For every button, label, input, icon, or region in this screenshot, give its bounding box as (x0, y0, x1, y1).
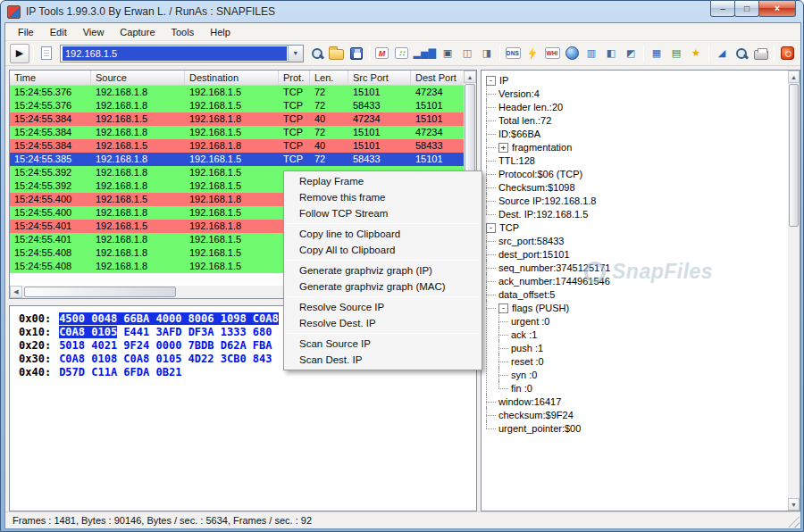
combo-dropdown-button[interactable]: ▼ (288, 46, 303, 62)
tree-node-label-ack-1[interactable]: ack :1 (511, 328, 788, 342)
bandwidth-icon[interactable]: ▥ (582, 43, 600, 64)
column-header-time[interactable]: Time (10, 71, 91, 85)
scroll-up-button[interactable]: ▲ (464, 71, 476, 83)
packet-row[interactable]: 15:24:55.385192.168.1.8192.168.1.5TCP725… (10, 153, 464, 166)
favorites-icon[interactable]: ★ (687, 43, 705, 64)
collapse-box-icon[interactable]: - (486, 223, 496, 233)
lightning-icon[interactable] (523, 43, 541, 64)
tree-node-label-header-len-20[interactable]: Header len.:20 (498, 101, 788, 114)
column-header-len[interactable]: Len. (310, 71, 348, 85)
tree-node-label-src-port-58433[interactable]: src_port:58433 (498, 235, 788, 248)
menu-item-file[interactable]: File (10, 25, 42, 39)
tree-node-label-dest-ip-192-168-1-5[interactable]: Dest. IP:192.168.1.5 (498, 208, 788, 221)
detail-vertical-scrollbar[interactable]: ▲ ▼ (788, 71, 800, 511)
tree-node-label-reset-0[interactable]: reset :0 (511, 355, 788, 369)
scroll-left-button[interactable]: ◀ (10, 286, 22, 298)
scrollbar-thumb[interactable] (789, 84, 799, 227)
start-capture-icon[interactable]: ▶ (10, 44, 29, 63)
collapse-box-icon[interactable]: - (498, 303, 508, 313)
find-frame-icon[interactable] (308, 43, 326, 64)
context-menu-item-generate-graphviz-graph-ip[interactable]: Generate graphviz graph (IP) (286, 262, 480, 278)
graph-window-icon[interactable]: ◢ (713, 43, 731, 64)
packet-row[interactable]: 15:24:55.384192.168.1.8192.168.1.5TCP721… (10, 126, 464, 139)
tree-node-label-seq-number-3745125171[interactable]: seq_number:3745125171 (498, 262, 788, 275)
context-menu-item-copy-line-to-clipboard[interactable]: Copy line to Clipboard (286, 226, 480, 242)
whois-icon[interactable]: WHI (543, 43, 561, 64)
maximize-button[interactable]: □ (734, 1, 759, 17)
tree-node-label-total-len-72[interactable]: Total len.:72 (498, 114, 788, 128)
tree-node-label-window-16417[interactable]: window:16417 (498, 395, 788, 409)
tree-node-label-checksum-9f24[interactable]: checksum:$9F24 (498, 409, 788, 422)
context-menu-item-scan-dest-ip[interactable]: Scan Dest. IP (286, 352, 480, 368)
packet-row[interactable]: 15:24:55.376192.168.1.8192.168.1.5TCP725… (10, 99, 464, 112)
lan-scan-icon[interactable]: ◧ (602, 43, 620, 64)
context-menu-item-resolve-source-ip[interactable]: Resolve Source IP (286, 299, 480, 315)
tree-node-label-fin-0[interactable]: fin :0 (511, 382, 788, 395)
tree-node-label-push-1[interactable]: push :1 (511, 342, 788, 355)
context-menu-item-replay-frame[interactable]: Replay Frame (286, 173, 480, 189)
tree-node-label-urgent-pointer-00[interactable]: urgent_pointer:$00 (498, 422, 788, 436)
menu-item-edit[interactable]: Edit (42, 25, 75, 39)
menu-item-capture[interactable]: Capture (112, 25, 163, 39)
port-scan-icon[interactable]: ◩ (622, 43, 640, 64)
minimize-button[interactable]: – (710, 1, 735, 17)
context-menu-item-resolve-dest-ip[interactable]: Resolve Dest. IP (286, 315, 480, 331)
target-ip-combo[interactable]: 192.168.1.5 ▼ (60, 45, 304, 62)
packet-row[interactable]: 15:24:55.384192.168.1.5192.168.1.8TCP404… (10, 112, 464, 126)
column-header-destination[interactable]: Destination (185, 71, 279, 85)
tree-node-label-source-ip-192-168-1-8[interactable]: Source IP:192.168.1.8 (498, 195, 788, 208)
print-icon[interactable] (752, 43, 770, 64)
find-host-icon[interactable] (733, 43, 750, 64)
open-capture-icon[interactable] (328, 43, 346, 64)
packet-row[interactable]: 15:24:55.376192.168.1.8192.168.1.5TCP721… (10, 86, 464, 99)
packet-table-icon[interactable]: ▦ (648, 43, 666, 64)
tree-node-label-ack-number-1744961546[interactable]: ack_number:1744961546 (498, 275, 788, 288)
tree-node-label-dest-port-15101[interactable]: dest_port:15101 (498, 248, 788, 262)
scatter-graph-icon[interactable]: ∷ (393, 43, 411, 64)
context-menu-item-remove-this-frame[interactable]: Remove this frame (286, 189, 480, 205)
new-frame-icon[interactable] (38, 43, 55, 64)
context-menu-item-scan-source-ip[interactable]: Scan Source IP (286, 336, 480, 352)
tree-node-label-protocol-06-tcp[interactable]: Protocol:$06 (TCP) (498, 168, 788, 181)
title-bar[interactable]: IP Tools 1.99.3.0 By Erwan L. / RunAs : … (1, 1, 803, 22)
traffic-graph-icon[interactable]: M (373, 43, 391, 64)
tree-node-label-fragmentation[interactable]: +fragmentation (498, 141, 788, 154)
column-header-dest-port[interactable]: Dest Port (411, 71, 464, 85)
context-menu-item-follow-tcp-stream[interactable]: Follow TCP Stream (286, 205, 480, 221)
menu-item-view[interactable]: View (75, 25, 113, 39)
column-header-src-port[interactable]: Src Port (348, 71, 411, 85)
network-hosts-icon[interactable]: ◫ (458, 43, 476, 64)
tree-node-label-flags-push[interactable]: -flags (PUSH) (498, 302, 788, 315)
collapse-box-icon[interactable]: - (486, 76, 496, 86)
tree-node-label-tcp[interactable]: -TCP (486, 221, 788, 235)
expand-box-icon[interactable]: + (498, 143, 508, 153)
context-menu-item-generate-graphviz-graph-mac[interactable]: Generate graphviz graph (MAC) (286, 278, 480, 295)
tree-node-label-data-offset-5[interactable]: data_offset:5 (498, 288, 788, 302)
tree-node-label-checksum-1098[interactable]: Checksum:$1098 (498, 181, 788, 195)
scrollbar-thumb[interactable] (24, 287, 176, 297)
tree-node-label-syn-0[interactable]: syn :0 (511, 369, 788, 382)
scroll-down-button[interactable]: ▼ (788, 498, 800, 511)
bar-chart-icon[interactable]: ▂▅▇ (413, 43, 437, 64)
menu-item-tools[interactable]: Tools (163, 25, 203, 39)
tree-node-label-ip[interactable]: -IP (486, 74, 788, 87)
close-button[interactable]: × (758, 1, 796, 17)
target-ip-value[interactable]: 192.168.1.5 (63, 46, 287, 61)
menu-item-help[interactable]: Help (202, 25, 239, 39)
save-capture-icon[interactable] (348, 43, 365, 64)
dns-lookup-icon[interactable]: DNS (504, 43, 522, 64)
routing-icon[interactable]: ◨ (478, 43, 496, 64)
tree-node-label-ttl-128[interactable]: TTL:128 (498, 154, 788, 168)
report-view-icon[interactable]: ▤ (667, 43, 685, 64)
ping-icon[interactable]: ▣ (439, 43, 456, 64)
resize-grip[interactable] (788, 516, 800, 528)
scroll-up-button[interactable]: ▲ (788, 71, 800, 83)
tree-node-label-urgent-0[interactable]: urgent :0 (511, 315, 788, 328)
stop-capture-icon[interactable] (778, 43, 796, 64)
scrollbar-track[interactable] (788, 83, 800, 498)
context-menu-item-copy-all-to-clipboard[interactable]: Copy All to Clipboard (286, 242, 480, 258)
internet-icon[interactable] (563, 43, 581, 64)
column-header-prot[interactable]: Prot. (279, 71, 310, 85)
tree-node-label-version-4[interactable]: Version:4 (498, 87, 788, 101)
column-header-source[interactable]: Source (91, 71, 185, 85)
